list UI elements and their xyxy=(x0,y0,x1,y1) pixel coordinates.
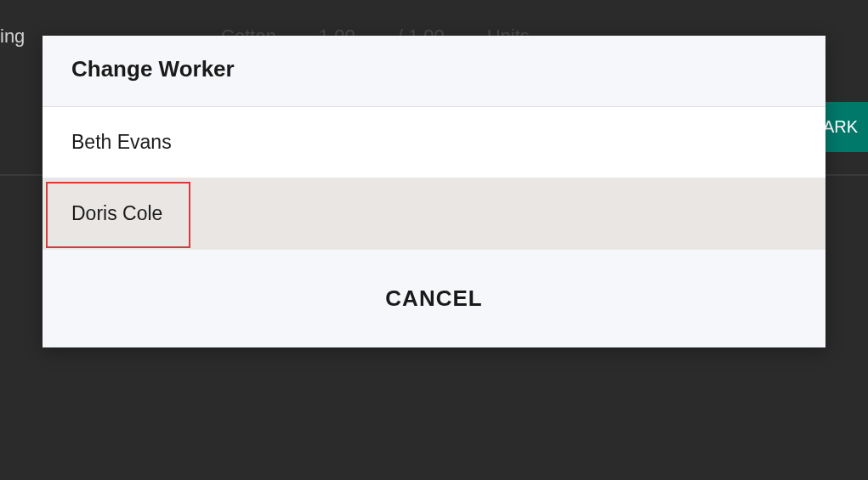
change-worker-modal: Change Worker Beth Evans Doris Cole CANC… xyxy=(43,36,825,347)
modal-footer: CANCEL xyxy=(43,250,825,347)
worker-list: Beth Evans Doris Cole xyxy=(43,107,825,250)
modal-title: Change Worker xyxy=(71,56,797,82)
cancel-button[interactable]: CANCEL xyxy=(385,285,482,312)
background-text-fragment: ing xyxy=(0,25,25,48)
worker-item-beth-evans[interactable]: Beth Evans xyxy=(43,107,825,178)
worker-item-label: Doris Cole xyxy=(71,202,162,224)
modal-header: Change Worker xyxy=(43,36,825,107)
worker-item-doris-cole[interactable]: Doris Cole xyxy=(43,178,825,250)
